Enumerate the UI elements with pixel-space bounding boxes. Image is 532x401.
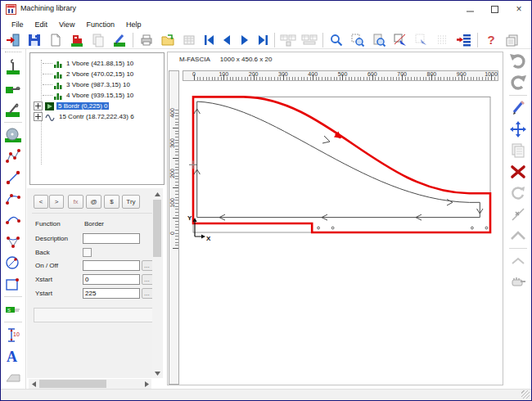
print-icon [139,33,154,47]
contour-path[interactable] [197,101,480,218]
copy-table-icon [509,142,527,160]
save-button[interactable] [24,32,45,48]
pick-area-button[interactable] [411,32,432,48]
tree-item-border[interactable]: 5 Bordr (0,225) 0 [34,101,109,111]
arc-tangent-button[interactable] [2,231,24,252]
onoff-field[interactable] [83,260,140,271]
tree-item-vbore-2[interactable]: 2 Vbore (470.02,15) 10 [34,69,135,79]
scroll-thumb[interactable] [153,200,161,257]
arc-button[interactable] [2,210,24,231]
prop-fx-button[interactable]: fx [68,195,83,209]
scroll-left-icon[interactable] [29,379,38,389]
hand-button[interactable] [507,272,529,293]
dimension-icon: 10 [4,326,22,344]
scroll-down-icon[interactable] [152,368,162,378]
border-path[interactable] [193,97,490,232]
close-button[interactable]: × [507,1,531,17]
bore-4[interactable] [471,227,474,229]
scroll-up-icon[interactable] [152,189,162,199]
pick-icon [393,33,408,47]
rectangle-button[interactable] [2,273,24,295]
edit-pencil-button[interactable] [507,97,529,119]
prop-at-button[interactable]: @ [86,195,101,209]
ystart-field[interactable] [83,288,140,299]
trim-button[interactable] [507,204,529,225]
arc-3point-button[interactable] [2,188,24,210]
arc-up-button[interactable] [507,225,529,246]
polyline-button[interactable] [2,146,24,167]
xstart-field[interactable] [83,274,140,285]
scroll-right-icon[interactable] [142,379,151,389]
saw-button[interactable] [2,124,24,146]
goto-list-button[interactable] [453,32,475,48]
tree-item-vbore-1[interactable]: 1 Vbore (421.88,15) 10 [34,58,135,69]
bore-1[interactable] [318,227,320,229]
zoom-button[interactable] [326,32,347,48]
print-button[interactable] [136,32,157,48]
table-button[interactable] [178,32,200,48]
go-next-button[interactable] [236,32,254,48]
go-first-button[interactable] [200,32,218,48]
text-button[interactable]: A [2,345,24,367]
dimension-button[interactable]: 10 [2,324,24,345]
menu-help[interactable]: Help [120,20,147,29]
prop-next-button[interactable]: > [49,195,64,209]
vertical-bore-button[interactable] [2,56,24,78]
delete-button[interactable] [507,161,529,182]
tree-item-contour[interactable]: 15 Contr (18.72,222.43) 6 [34,111,136,122]
maximize-button[interactable] [482,1,507,17]
menu-view[interactable]: View [53,20,80,29]
go-previous-button[interactable] [218,32,236,48]
menu-function[interactable]: Function [80,20,120,29]
grid-b-button[interactable] [299,32,320,48]
menu-edit[interactable]: Edit [29,20,54,29]
prop-prev-button[interactable]: < [34,195,48,209]
circle-button[interactable] [2,252,24,273]
grid-dots-button[interactable] [432,32,453,48]
pick-button[interactable] [390,32,411,48]
toolbar-grip[interactable] [5,52,21,55]
go-last-button[interactable] [254,32,272,48]
tree-item-vbore-3[interactable]: 3 Vbore (987.3,15) 10 [34,79,132,90]
exit-button[interactable] [2,32,24,48]
bore-3[interactable] [485,227,488,229]
zoom-window-button[interactable] [347,32,368,48]
rotate-button[interactable] [507,182,529,204]
new-document-button[interactable] [45,32,66,48]
redo-button[interactable] [507,72,529,93]
bore-markers[interactable] [318,227,488,229]
horizontal-bore-button[interactable] [2,78,24,99]
prop-vscrollbar[interactable] [152,189,162,378]
minimize-button[interactable] [458,1,482,17]
angled-bore-button[interactable] [2,99,24,120]
tree-item-vbore-4[interactable]: 4 Vbore (939.15,15) 10 [34,90,135,101]
menu-file[interactable]: File [6,20,29,29]
line-button[interactable] [2,167,24,188]
prop-try-button[interactable]: Try [122,195,140,209]
expand-icon[interactable] [34,101,43,110]
part-drawing[interactable]: Y X [180,82,500,380]
description-field[interactable] [83,233,140,244]
arc-up-icon [509,227,527,245]
machine-button[interactable] [66,32,88,48]
macro-button[interactable]: S [2,299,24,320]
report-button[interactable] [502,32,523,48]
grid-a-button[interactable] [277,32,299,48]
resize-grip[interactable] [521,390,530,399]
bore-2[interactable] [331,227,334,229]
copy-table-button[interactable] [507,140,529,161]
prop-hscrollbar[interactable] [29,379,151,389]
prop-dollar-button[interactable]: $ [104,195,119,209]
help-button[interactable]: ? [480,32,502,48]
open-folder-button[interactable] [157,32,178,48]
scroll-thumb[interactable] [39,380,106,388]
arc-small-button[interactable] [507,250,529,272]
edit-machining-button[interactable] [109,32,130,48]
copy-machining-button[interactable] [88,32,109,48]
move-button[interactable] [507,119,529,140]
undo-button[interactable] [507,51,529,72]
back-checkbox[interactable] [83,248,92,257]
expand-icon[interactable] [34,112,43,121]
zoom-all-button[interactable] [368,32,390,48]
shape-button[interactable] [2,367,24,388]
